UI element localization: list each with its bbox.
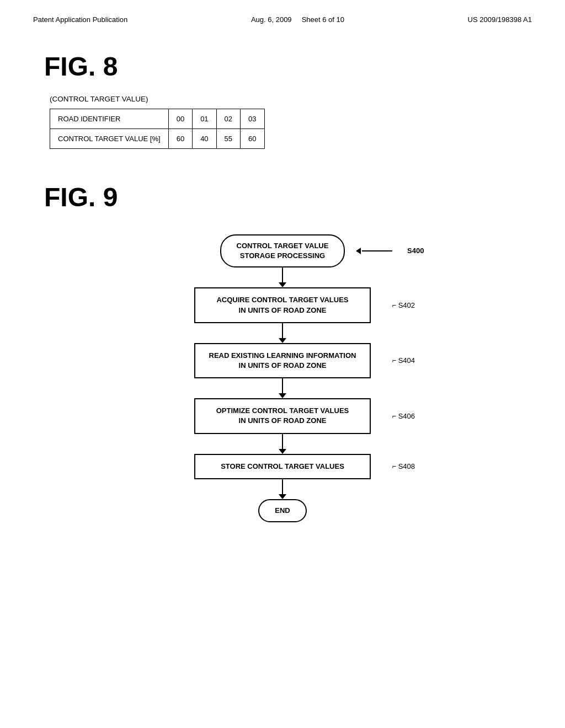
s400-label: S400 bbox=[407, 246, 424, 256]
road-identifier-cell: ROAD IDENTIFIER bbox=[50, 109, 169, 129]
s400-wrapper: CONTROL TARGET VALUE STORAGE PROCESSING … bbox=[220, 234, 345, 267]
s402-wrapper: ACQUIRE CONTROL TARGET VALUES IN UNITS O… bbox=[194, 287, 371, 323]
val-03: 60 bbox=[241, 129, 264, 149]
header-middle: Aug. 6, 2009 Sheet 6 of 10 bbox=[251, 15, 344, 24]
s408-wrapper: STORE CONTROL TARGET VALUES ⌐ S408 bbox=[194, 454, 371, 479]
end-wrapper: END bbox=[258, 499, 306, 522]
flowchart: CONTROL TARGET VALUE STORAGE PROCESSING … bbox=[44, 234, 521, 522]
col-00: 00 bbox=[168, 109, 192, 129]
control-target-value-table: ROAD IDENTIFIER 00 01 02 03 CONTROL TARG… bbox=[50, 109, 265, 149]
s400-shape: CONTROL TARGET VALUE STORAGE PROCESSING … bbox=[220, 234, 345, 267]
s408-label: ⌐ S408 bbox=[392, 462, 415, 470]
s404-label: ⌐ S404 bbox=[392, 356, 415, 365]
col-01: 01 bbox=[193, 109, 216, 129]
s406-shape: OPTIMIZE CONTROL TARGET VALUES IN UNITS … bbox=[194, 398, 371, 433]
s400-arrowhead bbox=[356, 248, 361, 254]
fig9-title: FIG. 9 bbox=[44, 182, 521, 212]
table-label: (CONTROL TARGET VALUE) bbox=[50, 95, 521, 103]
page-content: FIG. 8 (CONTROL TARGET VALUE) ROAD IDENT… bbox=[0, 29, 565, 539]
arrow-s408-end bbox=[279, 479, 286, 499]
page-header: Patent Application Publication Aug. 6, 2… bbox=[0, 0, 565, 29]
s400-arrow-line bbox=[362, 250, 392, 251]
fig8-section: FIG. 8 (CONTROL TARGET VALUE) ROAD IDENT… bbox=[44, 51, 521, 149]
s406-wrapper: OPTIMIZE CONTROL TARGET VALUES IN UNITS … bbox=[194, 398, 371, 433]
fig8-title: FIG. 8 bbox=[44, 51, 521, 82]
col-03: 03 bbox=[241, 109, 264, 129]
header-left: Patent Application Publication bbox=[33, 15, 127, 24]
s404-shape: READ EXISTING LEARNING INFORMATION IN UN… bbox=[194, 343, 371, 378]
arrow-s404-s406 bbox=[279, 378, 286, 398]
arrow-s400-s402 bbox=[279, 267, 286, 287]
arrow-s406-s408 bbox=[279, 434, 286, 454]
fig9-section: FIG. 9 CONTROL TARGET VALUE STORAGE PROC… bbox=[44, 182, 521, 522]
s402-shape: ACQUIRE CONTROL TARGET VALUES IN UNITS O… bbox=[194, 287, 371, 323]
table-row-values: CONTROL TARGET VALUE [%] 60 40 55 60 bbox=[50, 129, 265, 149]
table-row-header: ROAD IDENTIFIER 00 01 02 03 bbox=[50, 109, 265, 129]
control-target-value-label: CONTROL TARGET VALUE [%] bbox=[50, 129, 169, 149]
val-01: 40 bbox=[193, 129, 216, 149]
s400-arrow bbox=[356, 248, 392, 254]
s402-label: ⌐ S402 bbox=[392, 301, 415, 309]
val-02: 55 bbox=[216, 129, 240, 149]
val-00: 60 bbox=[168, 129, 192, 149]
s406-label: ⌐ S406 bbox=[392, 412, 415, 420]
header-right: US 2009/198398 A1 bbox=[468, 15, 532, 24]
col-02: 02 bbox=[216, 109, 240, 129]
s404-wrapper: READ EXISTING LEARNING INFORMATION IN UN… bbox=[194, 343, 371, 378]
end-shape: END bbox=[258, 499, 306, 522]
s408-shape: STORE CONTROL TARGET VALUES bbox=[194, 454, 371, 479]
arrow-s402-s404 bbox=[279, 323, 286, 343]
